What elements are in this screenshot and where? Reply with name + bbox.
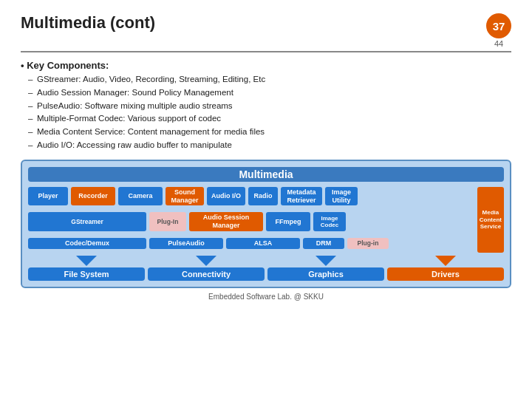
audio-session-box: Audio Session Manager bbox=[189, 212, 263, 231]
bullet-section: • Key Components: GStreamer: Audio, Vide… bbox=[21, 60, 511, 152]
diagram-left-main: Player Recorder Camera SoundManager Audi… bbox=[28, 187, 474, 253]
graphics-label: Graphics bbox=[267, 267, 384, 281]
header-divider bbox=[21, 51, 511, 52]
connectivity-label: Connectivity bbox=[148, 267, 265, 281]
filesystem-item: File System bbox=[28, 256, 145, 281]
header-row: Multimedia (cont) 37 44 bbox=[21, 13, 511, 48]
multimedia-diagram: Multimedia Player Recorder Camera SoundM… bbox=[21, 160, 511, 288]
plugin-box: Plug-In bbox=[149, 212, 186, 231]
slide-number-circle: 37 bbox=[486, 13, 511, 38]
sound-manager-box: SoundManager bbox=[166, 187, 204, 206]
list-item: Audio Session Manager: Sound Policy Mana… bbox=[28, 86, 511, 100]
camera-box: Camera bbox=[118, 187, 163, 206]
pulseaudio-box: PulseAudio bbox=[149, 238, 223, 249]
plugin2-box: Plug-in bbox=[347, 238, 389, 249]
gstreamer-box: GStreamer bbox=[28, 212, 146, 231]
diagram-right-col: MediaContentService bbox=[477, 187, 504, 253]
diagram-bottom-row: File System Connectivity Graphics Driver… bbox=[28, 256, 504, 281]
drm-box: DRM bbox=[303, 238, 344, 249]
media-content-box: MediaContentService bbox=[477, 187, 504, 253]
diagram-title: Multimedia bbox=[28, 167, 504, 182]
bullet-list: GStreamer: Audio, Video, Recording, Stre… bbox=[21, 73, 511, 152]
ffmpeg-box: FFmpeg bbox=[266, 212, 310, 231]
alsa-box: ALSA bbox=[226, 238, 300, 249]
filesystem-arrow bbox=[76, 256, 97, 266]
image-utility-box: ImageUtility bbox=[325, 187, 358, 206]
slide-number-sub: 44 bbox=[494, 39, 503, 48]
graphics-arrow bbox=[316, 256, 336, 266]
list-item: Multiple-Format Codec: Various support o… bbox=[28, 112, 511, 126]
diagram-top-section: Player Recorder Camera SoundManager Audi… bbox=[28, 187, 504, 253]
bullet-title: • Key Components: bbox=[21, 60, 511, 71]
list-item: PulseAudio: Software mixing multiple aud… bbox=[28, 100, 511, 113]
diagram-row-2: GStreamer Plug-In Audio Session Manager … bbox=[28, 212, 474, 231]
list-item: GStreamer: Audio, Video, Recording, Stre… bbox=[28, 73, 511, 86]
connectivity-arrow bbox=[196, 256, 216, 266]
page: Multimedia (cont) 37 44 • Key Components… bbox=[0, 0, 532, 399]
audio-io-box: Audio I/O bbox=[207, 187, 245, 206]
page-title: Multimedia (cont) bbox=[21, 13, 155, 33]
radio-box: Radio bbox=[248, 187, 278, 206]
graphics-item: Graphics bbox=[267, 256, 384, 281]
diagram-row-1: Player Recorder Camera SoundManager Audi… bbox=[28, 187, 474, 206]
filesystem-label: File System bbox=[28, 267, 145, 281]
metadata-box: MetadataRetriever bbox=[281, 187, 322, 206]
connectivity-item: Connectivity bbox=[148, 256, 265, 281]
image-codec-box: ImageCodec bbox=[313, 212, 346, 231]
player-box: Player bbox=[28, 187, 68, 206]
diagram-row-3: Codec/Demux PulseAudio ALSA DRM Plug-in bbox=[28, 238, 474, 249]
drivers-label: Drivers bbox=[387, 267, 504, 281]
drivers-arrow bbox=[435, 256, 456, 266]
recorder-box: Recorder bbox=[71, 187, 115, 206]
drivers-item: Drivers bbox=[387, 256, 504, 281]
codec-box: Codec/Demux bbox=[28, 238, 146, 249]
list-item: Audio I/O: Accessing raw audio buffer to… bbox=[28, 139, 511, 152]
footer: Embedded Software Lab. @ SKKU bbox=[21, 293, 511, 301]
slide-number-container: 37 44 bbox=[486, 13, 511, 48]
list-item: Media Content Service: Content managemen… bbox=[28, 126, 511, 139]
